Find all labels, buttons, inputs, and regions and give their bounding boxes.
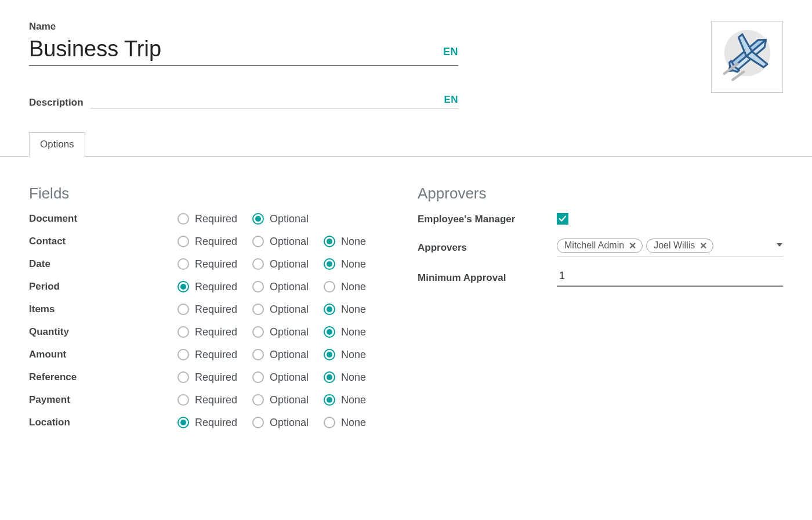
field-label: Reference: [29, 371, 162, 383]
radio-label: Required: [195, 213, 237, 225]
radio-icon: [252, 349, 264, 360]
radio-none[interactable]: None: [324, 394, 366, 406]
radio-none[interactable]: None: [324, 371, 366, 384]
radio-none[interactable]: None: [324, 417, 366, 429]
radio-optional[interactable]: Optional: [252, 394, 309, 406]
name-input[interactable]: Business Trip: [29, 37, 443, 62]
radio-label: Optional: [270, 304, 309, 316]
radio-label: None: [341, 236, 366, 248]
field-label: Items: [29, 304, 162, 315]
radio-icon: [177, 258, 189, 270]
radio-label: Optional: [270, 394, 309, 406]
radio-icon: [177, 417, 189, 428]
radio-required[interactable]: Required: [177, 258, 237, 270]
radio-icon: [252, 258, 264, 270]
minimum-approval-label: Minimum Approval: [418, 272, 551, 284]
radio-icon: [177, 349, 189, 360]
radio-required[interactable]: Required: [177, 394, 237, 406]
radio-label: None: [341, 258, 366, 270]
radio-label: Optional: [270, 258, 309, 270]
radio-optional[interactable]: Optional: [252, 236, 309, 248]
radio-icon: [252, 326, 264, 338]
radio-label: None: [341, 394, 366, 406]
field-label: Contact: [29, 236, 162, 247]
radio-required[interactable]: Required: [177, 417, 237, 429]
radio-icon: [252, 371, 264, 383]
radio-label: Optional: [270, 326, 309, 338]
radio-label: Required: [195, 394, 237, 406]
radio-optional[interactable]: Optional: [252, 349, 309, 361]
radio-label: None: [341, 304, 366, 316]
radio-icon: [177, 394, 189, 406]
radio-none[interactable]: None: [324, 236, 366, 248]
radio-label: None: [341, 417, 366, 429]
radio-optional[interactable]: Optional: [252, 281, 309, 293]
name-label: Name: [29, 21, 688, 32]
radio-required[interactable]: Required: [177, 281, 237, 293]
radio-icon: [177, 326, 189, 338]
approvers-input[interactable]: Mitchell Admin✕Joel Willis✕: [557, 239, 783, 257]
close-icon[interactable]: ✕: [699, 240, 707, 251]
radio-optional[interactable]: Optional: [252, 258, 309, 270]
description-input[interactable]: [90, 93, 444, 106]
approvers-section-title: Approvers: [418, 185, 783, 203]
radio-optional[interactable]: Optional: [252, 213, 309, 225]
radio-required[interactable]: Required: [177, 213, 237, 225]
radio-label: None: [341, 371, 366, 384]
radio-required[interactable]: Required: [177, 349, 237, 361]
radio-label: Required: [195, 371, 237, 384]
radio-none[interactable]: None: [324, 281, 366, 293]
approvers-label: Approvers: [418, 242, 551, 254]
radio-icon: [324, 258, 335, 270]
close-icon[interactable]: ✕: [629, 240, 636, 251]
radio-icon: [252, 304, 264, 315]
radio-icon: [324, 371, 335, 383]
field-label: Location: [29, 417, 162, 428]
approver-tag-label: Joel Willis: [654, 240, 695, 251]
radio-none[interactable]: None: [324, 349, 366, 361]
radio-icon: [324, 236, 335, 247]
record-image[interactable]: [711, 21, 783, 93]
radio-label: None: [341, 326, 366, 338]
minimum-approval-input[interactable]: 1: [557, 270, 783, 287]
radio-optional[interactable]: Optional: [252, 371, 309, 384]
field-label: Date: [29, 258, 162, 270]
tabs-bar: Options: [0, 132, 812, 157]
description-language-button[interactable]: EN: [444, 94, 458, 106]
employee-manager-checkbox[interactable]: [557, 213, 568, 225]
radio-required[interactable]: Required: [177, 326, 237, 338]
approver-tag[interactable]: Mitchell Admin✕: [557, 239, 643, 253]
radio-required[interactable]: Required: [177, 371, 237, 384]
approver-tag-label: Mitchell Admin: [564, 240, 624, 251]
radio-icon: [324, 304, 335, 315]
radio-optional[interactable]: Optional: [252, 326, 309, 338]
radio-label: None: [341, 281, 366, 293]
radio-none[interactable]: None: [324, 258, 366, 270]
field-label: Amount: [29, 349, 162, 360]
name-language-button[interactable]: EN: [443, 46, 458, 62]
radio-label: Optional: [270, 213, 309, 225]
chevron-down-icon[interactable]: [776, 240, 783, 251]
radio-icon: [324, 281, 335, 292]
employee-manager-label: Employee's Manager: [418, 214, 551, 225]
radio-none[interactable]: None: [324, 326, 366, 338]
radio-label: Optional: [270, 236, 309, 248]
radio-optional[interactable]: Optional: [252, 304, 309, 316]
radio-required[interactable]: Required: [177, 304, 237, 316]
field-label: Document: [29, 213, 162, 225]
radio-icon: [252, 236, 264, 247]
description-label: Description: [29, 97, 84, 109]
radio-none[interactable]: None: [324, 304, 366, 316]
radio-label: Optional: [270, 417, 309, 429]
radio-label: Required: [195, 236, 237, 248]
field-label: Payment: [29, 394, 162, 406]
radio-optional[interactable]: Optional: [252, 417, 309, 429]
radio-label: Required: [195, 258, 237, 270]
radio-required[interactable]: Required: [177, 236, 237, 248]
fields-section-title: Fields: [29, 185, 394, 203]
approver-tag[interactable]: Joel Willis✕: [646, 239, 713, 253]
radio-icon: [252, 394, 264, 406]
tab-options[interactable]: Options: [29, 132, 85, 157]
radio-label: Optional: [270, 281, 309, 293]
field-label: Period: [29, 281, 162, 292]
